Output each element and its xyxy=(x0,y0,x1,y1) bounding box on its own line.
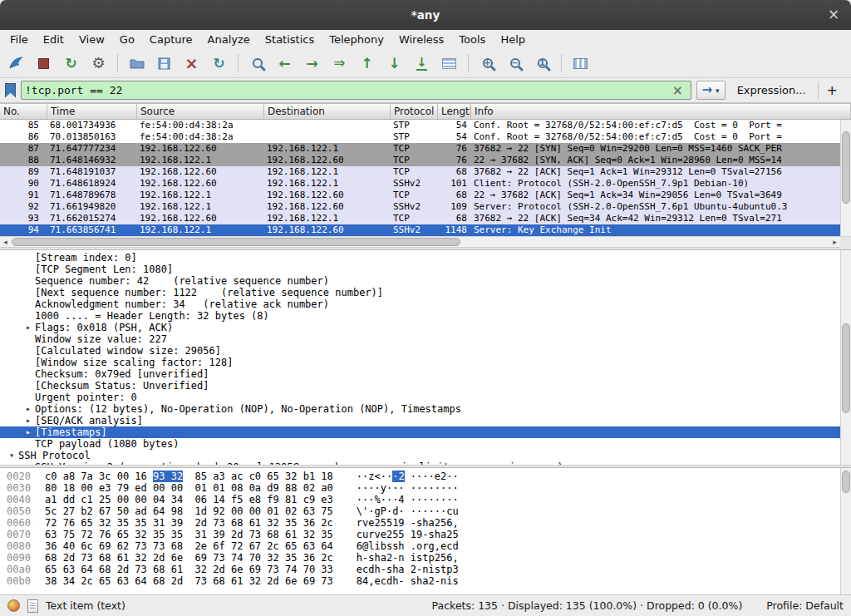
hex-row[interactable]: 003080 18 00 e3 79 ed 00 00 01 01 08 0a … xyxy=(0,482,851,494)
hex-ascii[interactable]: ecdh-sha 2-nistp3 xyxy=(357,564,459,575)
detail-line[interactable]: ▸Flags: 0x018 (PSH, ACK) xyxy=(0,322,851,333)
hex-ascii[interactable]: 84,ecdh- sha2-nis xyxy=(357,575,459,587)
column-source[interactable]: Source xyxy=(137,104,264,119)
hex-ascii[interactable]: curve255 19-sha25 xyxy=(357,529,459,540)
packet-row[interactable]: 8971.648191037192.168.122.60192.168.122.… xyxy=(0,166,851,178)
hex-ascii[interactable]: rve25519 -sha256, xyxy=(357,517,459,529)
detail-line[interactable]: [Calculated window size: 29056] xyxy=(0,345,851,357)
expand-arrow-icon[interactable] xyxy=(22,392,35,403)
hex-bytes[interactable]: 38 34 2c 65 63 64 68 2d 73 68 61 32 2d 6… xyxy=(45,575,333,587)
expand-arrow-icon[interactable] xyxy=(22,298,35,310)
go-back-button[interactable]: ← xyxy=(272,52,298,75)
expand-arrow-icon[interactable] xyxy=(22,438,35,450)
menu-tools[interactable]: Tools xyxy=(451,32,493,47)
add-filter-button[interactable]: + xyxy=(818,82,846,99)
packet-row[interactable]: 9071.648618924192.168.122.60192.168.122.… xyxy=(0,178,851,190)
menu-file[interactable]: File xyxy=(2,32,36,47)
save-file-button[interactable] xyxy=(151,52,177,75)
auto-scroll-button[interactable]: ↓ xyxy=(409,52,435,75)
detail-line[interactable]: [TCP Segment Len: 1080] xyxy=(0,264,851,275)
menu-go[interactable]: Go xyxy=(112,32,142,47)
hex-bytes[interactable]: 65 63 64 68 2d 73 68 61 32 2d 6e 69 73 7… xyxy=(45,564,333,575)
expand-arrow-icon[interactable]: ▸ xyxy=(22,322,35,333)
bytes-scrollbar-thumb[interactable] xyxy=(842,471,850,493)
menu-wireless[interactable]: Wireless xyxy=(391,32,451,47)
packet-row[interactable]: 9271.661949820192.168.122.1192.168.122.6… xyxy=(0,201,851,213)
packet-row[interactable]: 8871.648146932192.168.122.1192.168.122.6… xyxy=(0,155,851,166)
detail-line[interactable]: TCP payload (1080 bytes) xyxy=(0,438,851,450)
hex-ascii[interactable]: 6@libssh .org,ecd xyxy=(357,540,459,552)
expand-arrow-icon[interactable] xyxy=(22,368,35,380)
clear-filter-icon[interactable]: × xyxy=(668,83,687,98)
go-to-packet-button[interactable]: ⇒ xyxy=(327,52,352,75)
packet-row-selected[interactable]: 9471.663856741192.168.122.1192.168.122.6… xyxy=(0,224,851,236)
hex-bytes[interactable]: 68 2d 73 68 61 32 2d 6e 69 73 74 70 32 3… xyxy=(45,552,333,564)
column-length[interactable]: Length xyxy=(438,104,471,119)
expand-arrow-icon[interactable] xyxy=(22,310,35,322)
zoom-original-button[interactable]: 1 xyxy=(529,52,555,75)
bookmark-icon[interactable] xyxy=(5,83,16,98)
hex-ascii[interactable]: ···%···4 ········ xyxy=(357,494,459,505)
column-protocol[interactable]: Protocol xyxy=(391,104,438,119)
go-first-button[interactable]: ↑ xyxy=(354,52,380,75)
packet-row[interactable]: 8568.001734936fe:54:00:d4:38:2aSTP54Conf… xyxy=(0,120,851,131)
hex-row[interactable]: 00505c 27 b2 67 50 ad 64 98 1d 92 00 00 … xyxy=(0,505,851,517)
detail-line[interactable]: SSH Version 2 (encryption:chacha20-poly1… xyxy=(0,461,851,465)
hex-ascii[interactable]: ····y··· ········ xyxy=(357,482,459,494)
expand-arrow-icon[interactable]: ▸ xyxy=(22,426,35,438)
expand-arrow-icon[interactable] xyxy=(22,461,35,465)
go-forward-button[interactable]: → xyxy=(299,52,325,75)
hex-bytes[interactable]: 5c 27 b2 67 50 ad 64 98 1d 92 00 00 01 0… xyxy=(45,505,333,517)
hex-ascii[interactable]: h-sha2-n istp256, xyxy=(357,552,459,564)
detail-line[interactable]: ▸[SEQ/ACK analysis] xyxy=(0,415,851,426)
detail-line-selected[interactable]: ▸[Timestamps] xyxy=(0,426,851,438)
open-file-button[interactable] xyxy=(124,52,150,75)
hex-bytes[interactable]: 80 18 00 e3 79 ed 00 00 01 01 08 0a d9 8… xyxy=(45,482,333,494)
horizontal-scrollbar-thumb[interactable] xyxy=(12,238,460,246)
expand-arrow-icon[interactable] xyxy=(22,264,35,275)
horizontal-scrollbar[interactable]: ◂ ▸ xyxy=(0,236,851,247)
colorize-button[interactable] xyxy=(436,52,462,75)
menu-capture[interactable]: Capture xyxy=(142,32,200,47)
column-time[interactable]: Time xyxy=(47,104,137,119)
hex-row[interactable]: 00a065 63 64 68 2d 73 68 61 32 2d 6e 69 … xyxy=(0,564,851,575)
detail-line[interactable]: Acknowledgment number: 34 (relative ack … xyxy=(0,298,851,310)
detail-line[interactable]: [Checksum Status: Unverified] xyxy=(0,380,851,392)
packet-list-scrollbar-thumb[interactable] xyxy=(842,131,850,204)
menu-view[interactable]: View xyxy=(71,32,112,47)
zoom-in-button[interactable]: + xyxy=(475,52,500,75)
menu-telephony[interactable]: Telephony xyxy=(322,32,391,47)
reload-button[interactable]: ↻ xyxy=(206,52,232,75)
hex-bytes[interactable]: 63 75 72 76 65 32 35 35 31 39 2d 73 68 6… xyxy=(45,529,333,540)
packet-row[interactable]: 8771.647777234192.168.122.60192.168.122.… xyxy=(0,143,851,155)
hex-ascii[interactable]: ··z<···2 ····e2·· xyxy=(357,471,459,482)
chevron-down-icon[interactable]: ▾ xyxy=(716,86,720,95)
expand-arrow-icon[interactable]: ▾ xyxy=(5,450,18,461)
detail-line[interactable]: Urgent pointer: 0 xyxy=(0,392,851,403)
scroll-right-icon[interactable]: ▸ xyxy=(829,237,840,248)
hex-row[interactable]: 007063 75 72 76 65 32 35 35 31 39 2d 73 … xyxy=(0,529,851,540)
expert-info-icon[interactable] xyxy=(7,599,20,612)
expand-arrow-icon[interactable] xyxy=(22,252,35,264)
detail-line[interactable]: ▸Options: (12 bytes), No-Operation (NOP)… xyxy=(0,403,851,415)
detail-line[interactable]: [Stream index: 0] xyxy=(0,252,851,264)
go-last-button[interactable]: ↓ xyxy=(381,52,407,75)
detail-line[interactable]: [Next sequence number: 1122 (relative se… xyxy=(0,287,851,298)
hex-bytes[interactable]: 36 40 6c 69 62 73 73 68 2e 6f 72 67 2c 6… xyxy=(45,540,333,552)
hex-row[interactable]: 006072 76 65 32 35 35 31 39 2d 73 68 61 … xyxy=(0,517,851,529)
expand-arrow-icon[interactable]: ▸ xyxy=(22,415,35,426)
column-destination[interactable]: Destination xyxy=(264,104,391,119)
resize-columns-button[interactable] xyxy=(568,52,593,75)
expand-arrow-icon[interactable] xyxy=(22,380,35,392)
packet-list-scrollbar[interactable] xyxy=(840,120,851,236)
menu-statistics[interactable]: Statistics xyxy=(258,32,322,47)
hex-ascii[interactable]: \'·gP·d· ······cu xyxy=(357,505,459,517)
expression-button[interactable]: Expression... xyxy=(730,84,813,96)
expand-arrow-icon[interactable] xyxy=(22,345,35,357)
scroll-left-icon[interactable]: ◂ xyxy=(0,237,11,248)
detail-line[interactable]: Sequence number: 42 (relative sequence n… xyxy=(0,275,851,287)
hex-bytes[interactable]: c0 a8 7a 3c 00 16 93 32 85 a3 ac c0 65 3… xyxy=(45,471,333,482)
packet-row[interactable]: 9171.648789678192.168.122.1192.168.122.6… xyxy=(0,190,851,201)
expand-arrow-icon[interactable] xyxy=(22,333,35,345)
expand-arrow-icon[interactable]: ▸ xyxy=(22,403,35,415)
